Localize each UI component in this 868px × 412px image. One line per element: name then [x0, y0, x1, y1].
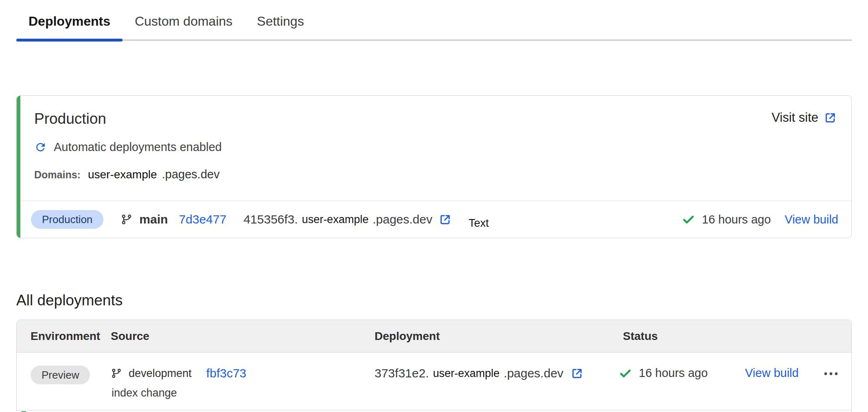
deployment-time: 16 hours ago: [639, 366, 708, 380]
external-link-icon[interactable]: [439, 213, 452, 226]
production-indicator-bar: [17, 96, 20, 238]
tab-settings[interactable]: Settings: [245, 9, 316, 39]
deployment-time: 16 hours ago: [702, 213, 771, 226]
tab-custom-domains[interactable]: Custom domains: [123, 9, 245, 39]
visit-site-link[interactable]: Visit site: [772, 110, 837, 125]
production-card-title: Production: [34, 110, 106, 127]
all-deployments-title: All deployments: [16, 292, 852, 309]
branch-name: development: [129, 367, 192, 380]
success-check-icon: [619, 367, 632, 380]
more-options-icon[interactable]: [823, 369, 839, 379]
deployment-url-suffix: .pages.dev: [504, 366, 563, 380]
commit-link[interactable]: fbf3c73: [206, 366, 246, 380]
column-header-environment: Environment: [31, 330, 111, 343]
deployment-url-prefix: 415356f3.: [243, 213, 298, 226]
domain-suffix: .pages.dev: [162, 168, 220, 181]
deployment-url-name: user-example: [302, 213, 369, 226]
environment-badge: Preview: [31, 366, 90, 384]
deployment-url-prefix: 373f31e2.: [375, 366, 429, 380]
deployment-url-suffix: .pages.dev: [373, 213, 432, 226]
deployment-url[interactable]: 373f31e2. user-example .pages.dev: [375, 366, 623, 380]
deployment-url[interactable]: 415356f3. user-example .pages.dev: [243, 213, 452, 226]
column-header-deployment: Deployment: [375, 330, 623, 343]
column-header-source: Source: [111, 330, 375, 343]
table-row: Preview development fbf3c73 index change: [17, 353, 851, 410]
view-build-link[interactable]: View build: [785, 213, 838, 226]
git-branch-icon: [111, 367, 122, 379]
domains-label: Domains:: [34, 169, 81, 181]
visit-site-label: Visit site: [772, 110, 818, 125]
tab-deployments[interactable]: Deployments: [16, 9, 123, 39]
refresh-icon: [34, 141, 47, 153]
column-header-status: Status: [623, 330, 745, 343]
commit-message-text: Text: [469, 217, 489, 230]
production-card: Production Visit site Automatic deployme…: [16, 95, 852, 238]
tab-bar: Deployments Custom domains Settings: [16, 0, 852, 41]
commit-message-text: index change: [111, 387, 375, 399]
external-link-icon[interactable]: [571, 367, 583, 380]
environment-badge: Production: [31, 210, 103, 229]
view-build-link[interactable]: View build: [745, 366, 799, 380]
success-check-icon: [682, 213, 695, 226]
table-header-row: Environment Source Deployment Status: [17, 320, 851, 353]
production-deployment-row: Production main 7d3e477 415356f3. user-e…: [17, 201, 851, 238]
branch-name: main: [139, 213, 168, 226]
git-branch-icon: [121, 213, 133, 226]
deployments-table: Environment Source Deployment Status Pre…: [16, 320, 852, 412]
commit-link[interactable]: 7d3e477: [179, 213, 226, 226]
deployment-url-name: user-example: [433, 367, 500, 380]
auto-deployments-text: Automatic deployments enabled: [54, 140, 222, 154]
external-link-icon: [824, 112, 837, 124]
domain-name: user-example: [88, 168, 157, 181]
next-row-production-indicator: [17, 410, 851, 412]
